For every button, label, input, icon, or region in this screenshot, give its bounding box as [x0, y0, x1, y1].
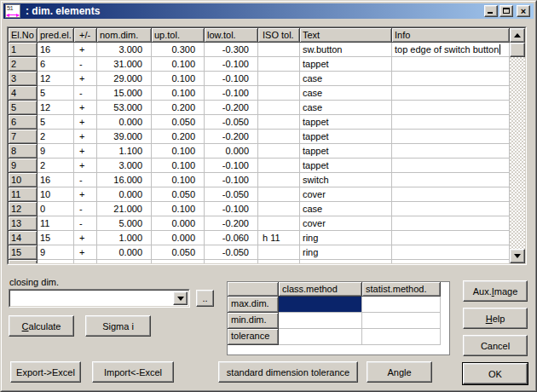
table-cell[interactable] — [392, 159, 510, 173]
maximize-button[interactable] — [499, 5, 513, 17]
table-cell[interactable]: cover — [300, 187, 392, 202]
table-cell[interactable]: 0.100 — [152, 144, 205, 159]
table-cell[interactable]: 0.100 — [152, 57, 205, 72]
row-number-cell[interactable]: 1 — [9, 43, 38, 57]
table-cell[interactable]: + — [74, 130, 97, 144]
table-cell[interactable] — [258, 216, 300, 231]
table-cell[interactable]: cover — [300, 216, 392, 231]
close-button[interactable]: × — [517, 5, 530, 17]
table-cell[interactable]: -0.100 — [205, 173, 258, 187]
table-cell[interactable]: 0.300 — [152, 43, 205, 57]
table-cell[interactable]: ring — [300, 231, 392, 245]
table-cell[interactable]: case — [300, 202, 392, 216]
table-cell[interactable]: - — [74, 202, 97, 216]
browse-button[interactable]: .. — [196, 290, 214, 307]
table-cell[interactable]: tappet — [300, 130, 392, 144]
row-number-cell[interactable]: 7 — [9, 130, 38, 144]
standard-dimension-tolerance-button[interactable]: standard dimension tolerance — [218, 361, 358, 383]
table-cell[interactable]: 11 — [38, 216, 74, 231]
export-excel-button[interactable]: Export->Excel — [10, 361, 81, 383]
table-cell[interactable]: 6 — [38, 57, 74, 72]
table-cell[interactable] — [392, 72, 510, 86]
table-cell[interactable]: -0.100 — [205, 202, 258, 216]
table-cell[interactable]: 16.000 — [97, 173, 152, 187]
help-button[interactable]: Help — [463, 308, 528, 329]
table-cell[interactable]: + — [74, 245, 97, 260]
row-number-cell[interactable]: 6 — [9, 115, 38, 130]
table-cell[interactable]: 0.000 — [97, 115, 152, 130]
closing-dim-combobox[interactable] — [9, 289, 190, 308]
table-cell[interactable] — [392, 130, 510, 144]
table-cell[interactable]: - — [74, 86, 97, 101]
table-cell[interactable]: ring — [300, 245, 392, 260]
table-cell[interactable]: -0.050 — [205, 260, 258, 263]
table-cell[interactable]: - — [74, 216, 97, 231]
scroll-down-button[interactable] — [510, 249, 525, 263]
table-cell[interactable] — [392, 173, 510, 187]
table-cell[interactable]: 0.100 — [152, 202, 205, 216]
table-cell[interactable]: -0.100 — [205, 159, 258, 173]
scroll-up-button[interactable] — [510, 28, 525, 43]
table-cell[interactable]: -0.200 — [205, 101, 258, 115]
table-cell[interactable]: -0.200 — [205, 216, 258, 231]
table-cell[interactable]: + — [74, 43, 97, 57]
table-cell[interactable]: 0.100 — [152, 173, 205, 187]
row-number-cell[interactable]: 16 — [9, 260, 38, 263]
table-cell[interactable]: 0.000 — [97, 245, 152, 260]
table-cell[interactable]: -0.100 — [205, 86, 258, 101]
table-cell[interactable]: 0.200 — [152, 101, 205, 115]
table-cell[interactable]: 0 — [38, 202, 74, 216]
app-icon[interactable]: 5:1 — [5, 4, 20, 18]
vertical-scrollbar[interactable] — [510, 28, 525, 263]
cancel-button[interactable]: Cancel — [463, 335, 528, 356]
table-cell[interactable]: switch — [300, 260, 392, 263]
table-cell[interactable] — [258, 202, 300, 216]
table-cell[interactable]: 0.100 — [152, 86, 205, 101]
grid-cell-selected[interactable] — [279, 297, 362, 313]
table-cell[interactable]: -0.100 — [205, 57, 258, 72]
table-cell[interactable]: -0.300 — [205, 43, 258, 57]
grid-cell[interactable] — [362, 329, 441, 345]
table-cell[interactable]: + — [74, 101, 97, 115]
table-cell[interactable]: tappet — [300, 159, 392, 173]
table-cell[interactable]: 12 — [38, 101, 74, 115]
table-cell[interactable]: case — [300, 72, 392, 86]
table-cell[interactable]: 21.000 — [97, 202, 152, 216]
row-number-cell[interactable]: 13 — [9, 216, 38, 231]
table-cell[interactable] — [392, 245, 510, 260]
table-cell[interactable]: + — [74, 231, 97, 245]
table-cell[interactable]: 0.000 — [152, 216, 205, 231]
title-bar[interactable]: 5:1 : dim. elements × — [3, 3, 534, 19]
table-cell[interactable] — [392, 144, 510, 159]
table-cell[interactable]: 0.050 — [152, 260, 205, 263]
table-cell[interactable]: sw.button — [300, 43, 392, 57]
row-number-cell[interactable]: 2 — [9, 57, 38, 72]
table-cell[interactable]: 5 — [38, 115, 74, 130]
table-cell[interactable] — [258, 245, 300, 260]
table-cell[interactable] — [258, 115, 300, 130]
table-cell[interactable] — [258, 260, 300, 263]
table-cell[interactable] — [392, 86, 510, 101]
table-cell[interactable]: -0.060 — [205, 231, 258, 245]
table-cell[interactable]: case — [300, 101, 392, 115]
table-cell[interactable]: 1.100 — [97, 144, 152, 159]
table-cell[interactable]: 9 — [38, 245, 74, 260]
table-cell[interactable]: 2 — [38, 130, 74, 144]
table-cell[interactable]: -0.100 — [205, 72, 258, 86]
grid-cell[interactable] — [279, 313, 362, 329]
angle-button[interactable]: Angle — [367, 361, 432, 383]
table-cell[interactable]: 12 — [38, 72, 74, 86]
table-cell[interactable]: 15 — [38, 231, 74, 245]
table-cell[interactable] — [258, 187, 300, 202]
table-cell[interactable]: - — [74, 57, 97, 72]
table-cell[interactable]: tappet — [300, 57, 392, 72]
row-number-cell[interactable]: 4 — [9, 86, 38, 101]
table-cell[interactable]: 5.000 — [97, 216, 152, 231]
row-number-cell[interactable]: 3 — [9, 72, 38, 86]
row-number-cell[interactable]: 5 — [9, 101, 38, 115]
table-cell[interactable]: 3.000 — [97, 159, 152, 173]
table-cell[interactable] — [258, 57, 300, 72]
table-cell[interactable]: 9 — [38, 260, 74, 263]
table-cell[interactable] — [392, 216, 510, 231]
table-cell[interactable]: 10 — [38, 187, 74, 202]
